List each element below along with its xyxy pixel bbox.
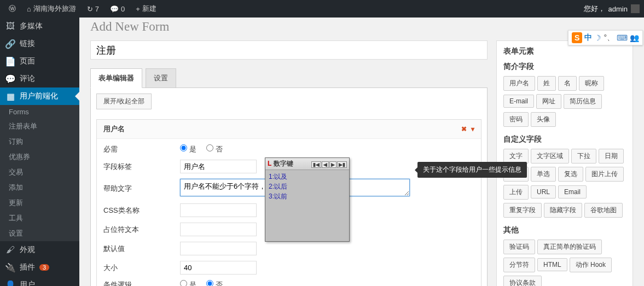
menu-icon: 🔗: [5, 39, 15, 49]
avatar[interactable]: [631, 4, 640, 13]
label-size: 大小: [103, 263, 180, 273]
label-css: CSS类名称: [103, 206, 180, 215]
chip-协议条款[interactable]: 协议条款: [503, 276, 542, 286]
sidebar-item-0[interactable]: 🖼多媒体: [0, 17, 79, 35]
sidebar-subitem-2[interactable]: 订购: [0, 134, 79, 149]
ime-nav[interactable]: ▮◀◀▶▶▮: [311, 160, 347, 168]
refresh-item[interactable]: ↻ 7: [83, 0, 103, 17]
ime-punct[interactable]: °、: [604, 33, 614, 43]
form-title-input[interactable]: [90, 40, 488, 60]
chip-文字[interactable]: 文字: [503, 149, 529, 164]
greeting-text: 您好，: [584, 4, 605, 14]
chip-日期[interactable]: 日期: [599, 149, 624, 164]
ime-candidate-1[interactable]: 2:以后: [269, 182, 346, 191]
sidebar-item-7[interactable]: 👤用户: [0, 276, 79, 286]
username[interactable]: admin: [608, 5, 628, 13]
chip-复选[interactable]: 复选: [558, 167, 583, 182]
sidebar-item-4[interactable]: ▦用户前端化: [0, 87, 79, 105]
label-help: 帮助文字: [103, 184, 180, 194]
badge: 3: [39, 264, 49, 271]
field-remove-icon[interactable]: ✖: [461, 125, 467, 133]
ime-title: 数字键: [274, 160, 293, 167]
chip-图片上传[interactable]: 图片上传: [585, 167, 624, 182]
chip-姓[interactable]: 姓: [537, 76, 556, 91]
ime-toolbar[interactable]: S 中 ☽ °、 ⌨ 👥: [568, 30, 643, 45]
comment-icon: 💬: [110, 5, 119, 13]
chip-谷歌地图[interactable]: 谷歌地图: [584, 203, 623, 218]
ime-candidate-0[interactable]: 1:以及: [269, 172, 346, 182]
menu-icon: 📄: [5, 56, 15, 66]
chevron-down-icon[interactable]: ▾: [471, 125, 474, 133]
chip-重复字段[interactable]: 重复字段: [503, 203, 542, 218]
sidebar-subitem-1[interactable]: 注册表单: [0, 119, 79, 134]
chip-网址[interactable]: 网址: [536, 94, 561, 109]
keyboard-icon[interactable]: ⌨: [617, 33, 628, 42]
admin-bar: ⓦ ⌂ 湖南海外旅游 ↻ 7 💬 0 + 新建 您好， admin: [0, 0, 644, 17]
field-label-input[interactable]: [180, 160, 257, 173]
chip-用户名[interactable]: 用户名: [503, 76, 535, 91]
logic-no-radio[interactable]: [206, 280, 213, 286]
ime-candidate-2[interactable]: 3:以前: [269, 192, 346, 201]
label-fieldlabel: 字段标签: [103, 162, 180, 172]
sidebar-subitem-8[interactable]: 设置: [0, 226, 79, 241]
default-value-input[interactable]: [180, 242, 257, 255]
required-yes-radio[interactable]: [180, 144, 187, 151]
group-profile-title: 简介字段: [503, 62, 626, 72]
sogou-logo-icon[interactable]: S: [572, 32, 582, 43]
chip-隐藏字段[interactable]: 隐藏字段: [544, 203, 582, 218]
menu-icon: 💬: [5, 74, 15, 84]
ime-logo-icon: L: [268, 160, 271, 167]
chip-分节符[interactable]: 分节符: [503, 258, 535, 272]
refresh-icon: ↻: [87, 5, 93, 13]
chip-名[interactable]: 名: [558, 76, 577, 91]
chip-单选[interactable]: 单选: [531, 167, 556, 182]
menu-icon: 🖼: [5, 21, 15, 31]
site-home[interactable]: ⌂ 湖南海外旅游: [22, 0, 80, 17]
chip-E-mail[interactable]: E-mail: [503, 95, 534, 108]
size-input[interactable]: [180, 261, 257, 275]
required-no-radio[interactable]: [206, 144, 213, 151]
sidebar-subitem-3[interactable]: 优惠券: [0, 149, 79, 165]
sidebar-item-3[interactable]: 💬评论: [0, 70, 79, 87]
sidebar-item-5[interactable]: 🖌外观: [0, 241, 79, 259]
chip-上传[interactable]: 上传: [503, 185, 529, 200]
chip-URL[interactable]: URL: [531, 185, 556, 199]
sidebar-subitem-4[interactable]: 交易: [0, 165, 79, 180]
chip-下拉[interactable]: 下拉: [571, 149, 596, 164]
label-default: 默认值: [103, 244, 180, 254]
sidebar-item-6[interactable]: 🔌插件3: [0, 259, 79, 276]
chip-简历信息[interactable]: 简历信息: [564, 94, 602, 109]
tab-settings[interactable]: 设置: [146, 68, 176, 88]
sidebar-item-1[interactable]: 🔗链接: [0, 35, 79, 52]
chip-昵称[interactable]: 昵称: [579, 76, 604, 91]
chip-HTML[interactable]: HTML: [537, 258, 567, 271]
ime-mode[interactable]: 中: [584, 33, 592, 43]
wp-logo[interactable]: ⓦ: [4, 0, 20, 17]
plus-icon: +: [136, 5, 140, 13]
sidebar-subitem-5[interactable]: 添加: [0, 180, 79, 195]
toggle-all-button[interactable]: 展开/收起全部: [96, 94, 152, 109]
sidebar-subitem-6[interactable]: 更新: [0, 195, 79, 211]
chip-验证码[interactable]: 验证码: [503, 240, 535, 254]
chip-密码[interactable]: 密码: [503, 112, 529, 127]
logic-yes-radio[interactable]: [180, 280, 187, 286]
css-class-input[interactable]: [180, 203, 257, 217]
moon-icon[interactable]: ☽: [594, 33, 601, 42]
tab-editor[interactable]: 表单编辑器: [90, 68, 142, 88]
comments-item[interactable]: 💬 0: [106, 0, 129, 17]
sidebar-subitem-7[interactable]: 工具: [0, 211, 79, 226]
chip-动作 Hook[interactable]: 动作 Hook: [570, 258, 612, 272]
people-icon[interactable]: 👥: [630, 33, 639, 42]
chip-头像[interactable]: 头像: [531, 112, 556, 127]
chip-Email[interactable]: Email: [558, 185, 587, 199]
chip-真正简单的验证码[interactable]: 真正简单的验证码: [537, 240, 602, 254]
sidebar-subitem-0[interactable]: Forms: [0, 105, 79, 119]
group-other-title: 其他: [503, 225, 626, 235]
chip-文字区域[interactable]: 文字区域: [531, 149, 569, 164]
elements-title: 表单元素: [503, 46, 626, 56]
placeholder-input[interactable]: [180, 223, 257, 236]
help-tooltip: 关于这个字段给用户一些提示信息: [417, 162, 527, 178]
field-header[interactable]: 用户名 ✖ ▾: [97, 120, 481, 139]
sidebar-item-2[interactable]: 📄页面: [0, 52, 79, 70]
new-item[interactable]: + 新建: [131, 0, 161, 17]
